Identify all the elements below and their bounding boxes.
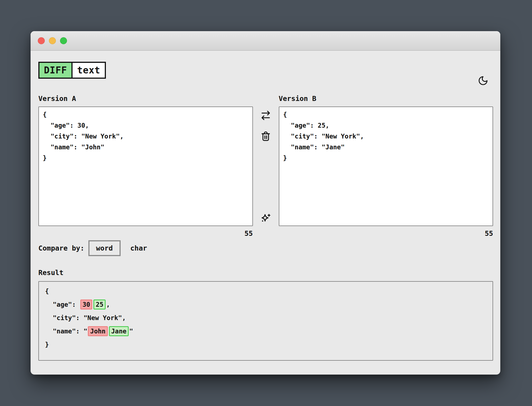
version-b-column: Version B { "age": 25, "city": "New York… xyxy=(279,94,493,238)
compare-mode-word-button[interactable]: word xyxy=(88,240,121,256)
sparkles-icon xyxy=(260,213,271,224)
diff-unchanged-text: } xyxy=(45,341,49,348)
app-window: DIFF text Version A { "age": 30, "city":… xyxy=(31,31,500,375)
main-content: DIFF text Version A { "age": 30, "city":… xyxy=(31,51,500,361)
result-label: Result xyxy=(38,268,493,277)
result-output: { "age": 3025, "city": "New York", "name… xyxy=(38,281,493,361)
ai-generate-button[interactable] xyxy=(259,212,272,225)
compare-mode-row: Compare by: word char xyxy=(38,239,493,257)
diff-unchanged-text: "age": xyxy=(45,301,80,308)
diff-unchanged-text: , xyxy=(106,301,110,308)
compare-by-label: Compare by: xyxy=(38,244,84,252)
version-a-label: Version A xyxy=(38,94,253,103)
title-bar[interactable] xyxy=(31,31,500,51)
close-button[interactable] xyxy=(38,37,45,44)
result-line: "age": 3025, xyxy=(45,298,486,311)
logo-diff-segment: DIFF xyxy=(39,63,71,78)
moon-icon xyxy=(478,75,488,86)
diff-unchanged-text: "city": "New York", xyxy=(45,314,126,321)
version-b-char-count: 55 xyxy=(279,229,493,238)
result-line: { xyxy=(45,284,486,298)
compare-mode-char-button[interactable]: char xyxy=(130,241,147,255)
app-logo: DIFF text xyxy=(38,62,106,79)
diff-removed-chip: 30 xyxy=(80,299,93,310)
version-a-input[interactable]: { "age": 30, "city": "New York", "name":… xyxy=(38,107,253,226)
swap-versions-button[interactable] xyxy=(259,109,272,122)
clear-button[interactable] xyxy=(259,130,272,143)
traffic-lights xyxy=(38,37,67,44)
diff-removed-chip: John xyxy=(88,326,108,336)
theme-toggle-button[interactable] xyxy=(477,75,489,87)
editor-columns: Version A { "age": 30, "city": "New York… xyxy=(38,94,493,238)
diff-added-chip: 25 xyxy=(93,299,106,310)
version-a-char-count: 55 xyxy=(38,229,253,238)
result-line: "city": "New York", xyxy=(45,311,486,325)
version-a-column: Version A { "age": 30, "city": "New York… xyxy=(38,94,253,238)
diff-added-chip: Jane xyxy=(109,326,129,336)
diff-unchanged-text: { xyxy=(45,288,49,295)
diff-unchanged-text: " xyxy=(129,328,133,335)
result-line: "name": "JohnJane" xyxy=(45,325,486,338)
version-b-input[interactable]: { "age": 25, "city": "New York", "name":… xyxy=(279,107,493,226)
zoom-button[interactable] xyxy=(60,37,67,44)
diff-unchanged-text: "name": " xyxy=(45,328,87,335)
swap-arrows-icon xyxy=(260,110,271,121)
minimize-button[interactable] xyxy=(49,37,56,44)
version-b-label: Version B xyxy=(279,94,493,103)
logo-text-segment: text xyxy=(73,63,105,78)
trash-icon xyxy=(260,131,271,142)
result-line: } xyxy=(45,338,486,351)
tools-column xyxy=(253,94,279,226)
